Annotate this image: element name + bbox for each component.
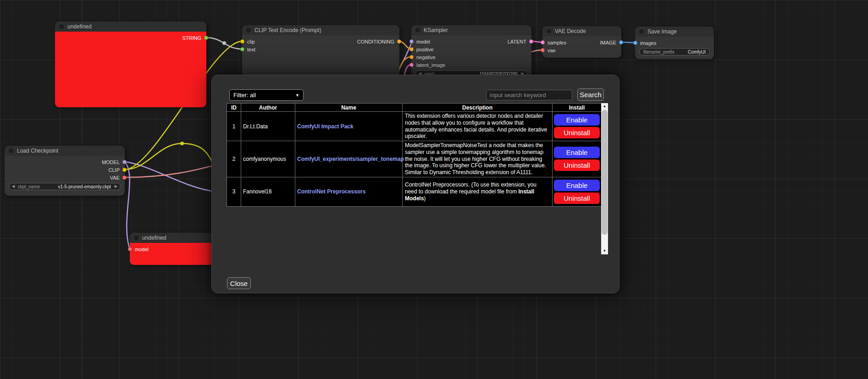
output-slot-dot[interactable] xyxy=(122,176,127,180)
node-collapse-dot[interactable] xyxy=(59,24,64,29)
node-title: VAE Decode xyxy=(555,28,586,34)
node-title-bar[interactable]: CLIP Text Encode (Prompt) xyxy=(242,25,399,35)
node-title-bar[interactable]: Save Image xyxy=(635,27,714,37)
extension-link[interactable]: ComfyUI Impact Pack xyxy=(297,123,354,130)
input-slot-dot[interactable] xyxy=(128,247,132,251)
node-title: KSampler xyxy=(424,27,448,33)
input-slot-label: model xyxy=(416,39,430,44)
header-id: ID xyxy=(227,104,241,112)
enable-button[interactable]: Enable xyxy=(554,180,600,191)
cell-author: Dr.Lt.Data xyxy=(241,112,295,141)
node-title: undefined xyxy=(67,23,92,30)
input-slot-dot[interactable] xyxy=(409,39,414,44)
input-slot-label: clip xyxy=(247,39,255,44)
output-slot-dot[interactable] xyxy=(122,160,127,164)
enable-button[interactable]: Enable xyxy=(554,147,600,158)
node-collapse-dot[interactable] xyxy=(639,29,644,34)
widget-label: ckpt_name xyxy=(17,184,40,189)
output-slot-dot[interactable] xyxy=(204,36,208,40)
output-slot-dot[interactable] xyxy=(619,40,623,44)
node-load-checkpoint[interactable]: Load Checkpoint MODEL CLIP VAE ◀ ckpt_na… xyxy=(5,146,125,196)
cell-install: Enable Uninstall xyxy=(553,141,602,177)
enable-button[interactable]: Enable xyxy=(554,114,600,126)
cell-install: Enable Uninstall xyxy=(553,112,602,141)
header-description: Description xyxy=(403,104,553,112)
node-collapse-dot[interactable] xyxy=(415,28,420,33)
cell-author: Fannovel16 xyxy=(241,177,295,206)
input-slot-dot[interactable] xyxy=(409,55,414,59)
uninstall-button[interactable]: Uninstall xyxy=(554,159,600,171)
ckpt-name-widget[interactable]: ◀ ckpt_name v1-5-pruned-emaonly.ckpt ▶ xyxy=(9,183,121,190)
filter-select[interactable]: Filter: all ▼ xyxy=(229,89,304,101)
input-slot-dot[interactable] xyxy=(409,63,414,67)
input-slot-label: negative xyxy=(416,55,436,60)
filename-prefix-widget[interactable]: filename_prefix ComfyUI xyxy=(639,48,710,55)
node-save-image[interactable]: Save Image images filename_prefix ComfyU… xyxy=(635,27,714,59)
filter-selected-value: Filter: all xyxy=(233,92,256,99)
output-slot-dot[interactable] xyxy=(529,39,533,44)
scrollbar-thumb[interactable] xyxy=(602,110,608,235)
node-title-bar[interactable]: VAE Decode xyxy=(542,26,621,36)
input-slot-dot[interactable] xyxy=(541,48,545,52)
scroll-up-icon[interactable]: ▲ xyxy=(601,103,608,110)
input-slot-label: images xyxy=(640,40,656,46)
output-slot-label: STRING xyxy=(182,35,201,41)
input-slot-dot[interactable] xyxy=(240,47,244,51)
table-row: 2 comfyanonymous ComfyUI_experiments/sam… xyxy=(227,141,602,177)
cell-description: ModelSamplerTonemapNoiseTest a node that… xyxy=(403,141,553,177)
input-slot-label: vae xyxy=(547,48,556,53)
input-slot-dot[interactable] xyxy=(633,41,637,45)
node-collapse-dot[interactable] xyxy=(9,148,13,153)
node-title: CLIP Text Encode (Prompt) xyxy=(254,27,321,33)
table-header-row: ID Author Name Description Install xyxy=(227,104,602,112)
cell-id: 3 xyxy=(227,177,241,206)
node-title-bar[interactable]: Load Checkpoint xyxy=(5,146,125,156)
input-slot-label: samples xyxy=(547,40,566,45)
node-title: Save Image xyxy=(647,28,677,35)
extensions-table: ID Author Name Description Install 1 Dr.… xyxy=(227,103,602,207)
cell-id: 1 xyxy=(227,112,241,141)
input-slot-dot[interactable] xyxy=(409,47,414,51)
output-slot-label: LATENT xyxy=(508,39,526,44)
output-slot-label: CONDITIONING xyxy=(357,39,394,44)
prev-arrow-icon[interactable]: ◀ xyxy=(12,185,15,188)
node-collapse-dot[interactable] xyxy=(547,29,551,33)
header-install: Install xyxy=(553,104,602,112)
uninstall-button[interactable]: Uninstall xyxy=(554,127,600,138)
input-slot-dot[interactable] xyxy=(541,40,545,44)
widget-value: ComfyUI xyxy=(688,49,706,55)
chevron-down-icon: ▼ xyxy=(295,93,299,98)
output-slot-label: CLIP xyxy=(109,167,120,173)
cell-install: Enable Uninstall xyxy=(553,177,602,206)
output-slot-dot[interactable] xyxy=(397,39,401,44)
node-title: Load Checkpoint xyxy=(17,148,58,154)
header-author: Author xyxy=(241,104,295,112)
node-title-bar[interactable]: KSampler xyxy=(411,25,531,35)
node-title: undefined xyxy=(142,235,166,241)
extension-link[interactable]: ControlNet Preprocessors xyxy=(297,188,365,195)
input-slot-label: model xyxy=(135,247,149,252)
node-vae-decode[interactable]: VAE Decode samples IMAGE vae xyxy=(542,26,621,58)
cell-description: This extension offers various detector n… xyxy=(403,112,553,141)
node-collapse-dot[interactable] xyxy=(134,236,138,240)
cell-id: 2 xyxy=(227,141,241,177)
cell-description: ControlNet Preprocessors. (To use this e… xyxy=(403,177,553,206)
scroll-down-icon[interactable]: ▼ xyxy=(601,248,608,254)
search-input[interactable] xyxy=(486,90,572,100)
node-clip-text-encode[interactable]: CLIP Text Encode (Prompt) clip CONDITION… xyxy=(242,25,399,81)
output-slot-dot[interactable] xyxy=(122,168,127,172)
next-arrow-icon[interactable]: ▶ xyxy=(115,185,117,188)
uninstall-button[interactable]: Uninstall xyxy=(554,192,600,204)
output-slot-label: VAE xyxy=(110,175,120,181)
table-scrollbar[interactable]: ▲ ▼ xyxy=(601,103,608,254)
node-title-bar[interactable]: undefined xyxy=(55,22,206,32)
extension-link[interactable]: ComfyUI_experiments/sampler_tonemap xyxy=(297,156,404,162)
node-collapse-dot[interactable] xyxy=(246,28,251,33)
node-undefined-top[interactable]: undefined STRING xyxy=(55,22,206,107)
output-slot-label: MODEL xyxy=(102,159,120,165)
search-button[interactable]: Search xyxy=(577,88,604,101)
close-button[interactable]: Close xyxy=(227,277,251,289)
input-slot-label: positive xyxy=(416,47,433,52)
table-row: 1 Dr.Lt.Data ComfyUI Impact Pack This ex… xyxy=(227,112,602,141)
input-slot-dot[interactable] xyxy=(240,39,244,44)
